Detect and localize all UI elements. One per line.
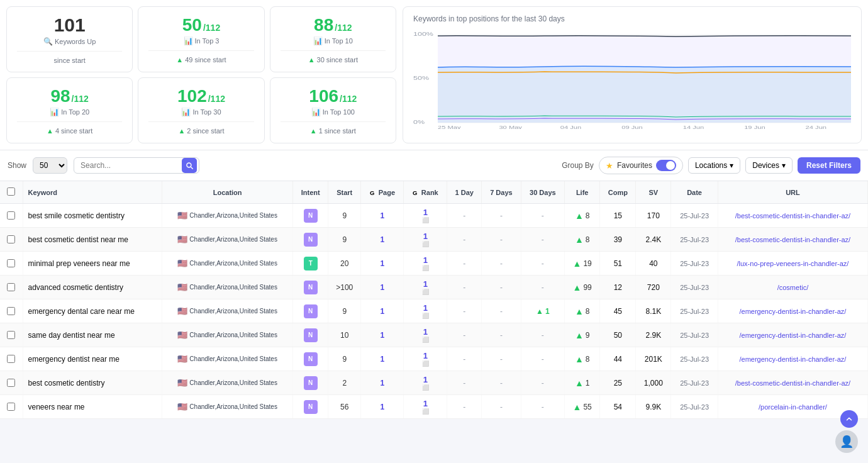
row-keyword: emergency dentist near me (23, 347, 162, 371)
row-date: 25-Jul-23 (671, 252, 718, 276)
row-checkbox[interactable] (0, 228, 23, 252)
col-7days: 7 Days (482, 181, 521, 204)
row-7days: - (482, 347, 521, 371)
row-checkbox[interactable] (0, 204, 23, 228)
keywords-table: Keyword Location Intent Start G Page G R… (0, 181, 868, 419)
row-30days: - (521, 323, 565, 347)
row-life: ▲ 9 (565, 323, 600, 347)
favourites-toggle[interactable]: ★ Favourites (599, 157, 683, 174)
row-location: 🇺🇸 Chandler,Arizona,United States (162, 371, 292, 395)
row-checkbox[interactable] (0, 347, 23, 371)
row-checkbox[interactable] (0, 276, 23, 299)
search-input[interactable] (74, 157, 199, 174)
devices-dropdown[interactable]: Devices ▾ (745, 157, 793, 174)
col-url: URL (718, 181, 867, 204)
row-url[interactable]: /cosmetic/ (718, 276, 867, 299)
row-7days: - (482, 204, 521, 228)
url-link[interactable]: /best-cosmetic-dentist-in-chandler-az/ (735, 379, 850, 387)
row-start: >100 (328, 276, 361, 299)
row-30days: - (521, 276, 565, 299)
row-select-checkbox[interactable] (7, 283, 15, 291)
row-date: 25-Jul-23 (671, 204, 718, 228)
locations-dropdown[interactable]: Locations ▾ (688, 157, 740, 174)
google-icon: G (370, 189, 377, 196)
url-link[interactable]: /porcelain-in-chandler/ (759, 403, 827, 411)
row-select-checkbox[interactable] (7, 211, 15, 220)
row-url[interactable]: /lux-no-prep-veneers-in-chandler-az/ (718, 252, 867, 276)
search-icon (185, 161, 194, 170)
row-checkbox[interactable] (0, 299, 23, 323)
row-1day: - (447, 299, 482, 323)
col-life: Life (565, 181, 600, 204)
svg-text:G: G (413, 189, 417, 196)
row-30days: - (521, 204, 565, 228)
col-rank: G Rank (404, 181, 447, 204)
row-url[interactable]: /best-cosmetic-dentist-in-chandler-az/ (718, 371, 867, 395)
row-checkbox[interactable] (0, 395, 23, 419)
show-select[interactable]: 50 25 100 (33, 157, 67, 174)
row-select-checkbox[interactable] (7, 331, 15, 339)
row-url[interactable]: /best-cosmetic-dentist-in-chandler-az/ (718, 228, 867, 252)
row-keyword: veneers near me (23, 395, 162, 419)
row-7days: - (482, 299, 521, 323)
reset-filters-button[interactable]: Reset Filters (798, 157, 860, 174)
table-header-row: Keyword Location Intent Start G Page G R… (0, 181, 868, 204)
row-rank: 1 ⬜ (404, 299, 447, 323)
url-link[interactable]: /best-cosmetic-dentist-in-chandler-az/ (735, 212, 850, 220)
row-url[interactable]: /best-cosmetic-dentist-in-chandler-az/ (718, 204, 867, 228)
select-all-checkbox[interactable] (7, 187, 15, 196)
row-keyword: advanced cosmetic dentistry (23, 276, 162, 299)
url-link[interactable]: /cosmetic/ (777, 284, 809, 291)
url-link[interactable]: /lux-no-prep-veneers-in-chandler-az/ (737, 260, 849, 267)
stat-card-top100: 106 /112 📊 In Top 100 ▲ 1 since start (270, 77, 396, 143)
row-1day: - (447, 204, 482, 228)
row-date: 25-Jul-23 (671, 276, 718, 299)
row-intent: N (293, 371, 328, 395)
top10-sup: /112 (335, 23, 352, 33)
row-sv: 201K (636, 347, 671, 371)
url-link[interactable]: /best-cosmetic-dentist-in-chandler-az/ (735, 236, 850, 243)
keywords-up-value: 101 (54, 14, 86, 36)
url-link[interactable]: /emergency-dentist-in-chandler-az/ (739, 355, 846, 363)
row-location: 🇺🇸 Chandler,Arizona,United States (162, 252, 292, 276)
row-select-checkbox[interactable] (7, 259, 15, 267)
row-1day: - (447, 347, 482, 371)
row-url[interactable]: /emergency-dentist-in-chandler-az/ (718, 323, 867, 347)
col-page: G Page (361, 181, 404, 204)
row-7days: - (482, 252, 521, 276)
top30-value: 102 (177, 86, 207, 106)
row-keyword: emergency dental care near me (23, 299, 162, 323)
chart-svg: 100% 50% 0% (413, 28, 851, 129)
row-url[interactable]: /emergency-dentist-in-chandler-az/ (718, 347, 867, 371)
row-select-checkbox[interactable] (7, 355, 15, 363)
toggle-knob (666, 161, 675, 170)
row-checkbox[interactable] (0, 252, 23, 276)
row-start: 20 (328, 252, 361, 276)
col-date: Date (671, 181, 718, 204)
row-rank: 1 ⬜ (404, 228, 447, 252)
row-start: 9 (328, 299, 361, 323)
stat-card-top30: 102 /112 📊 In Top 30 ▲ 2 since start (138, 77, 264, 143)
chevron-up-icon (845, 415, 854, 419)
row-1day: - (447, 395, 482, 419)
google-icon-rank: G (413, 189, 420, 196)
toggle-switch[interactable] (656, 160, 676, 171)
row-rank: 1 ⬜ (404, 371, 447, 395)
top-section: 101 🔍 Keywords Up since start 50 /112 📊 … (0, 0, 868, 150)
svg-text:24 Jun: 24 Jun (806, 125, 826, 129)
row-select-checkbox[interactable] (7, 379, 15, 387)
row-url[interactable]: /emergency-dentist-in-chandler-az/ (718, 299, 867, 323)
search-wrap (74, 157, 199, 174)
row-select-checkbox[interactable] (7, 403, 15, 411)
url-link[interactable]: /emergency-dentist-in-chandler-az/ (739, 332, 846, 339)
url-link[interactable]: /emergency-dentist-in-chandler-az/ (739, 308, 846, 315)
row-checkbox[interactable] (0, 371, 23, 395)
row-select-checkbox[interactable] (7, 235, 15, 243)
search-button[interactable] (182, 158, 197, 173)
row-comp: 25 (600, 371, 636, 395)
row-checkbox[interactable] (0, 323, 23, 347)
row-location: 🇺🇸 Chandler,Arizona,United States (162, 323, 292, 347)
row-rank: 1 ⬜ (404, 395, 447, 419)
row-select-checkbox[interactable] (7, 307, 15, 315)
row-sv: 2.9K (636, 323, 671, 347)
